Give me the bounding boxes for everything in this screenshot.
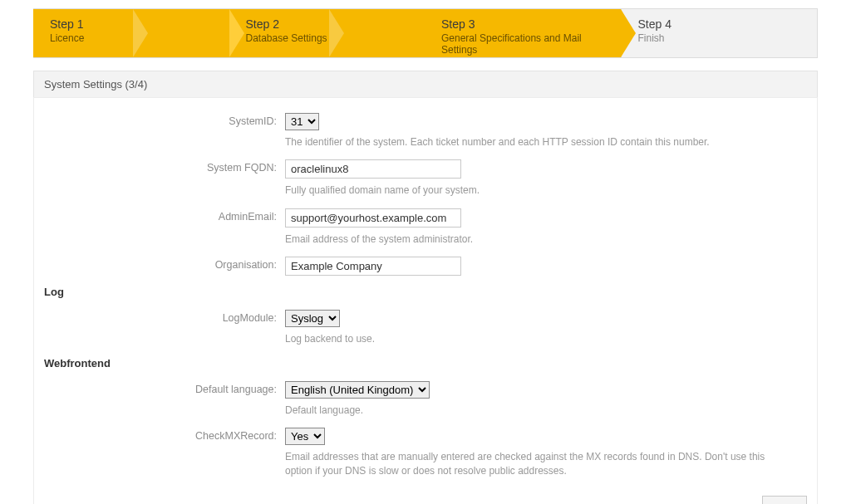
row-log-module: LogModule: Syslog Log backend to use. — [44, 310, 807, 346]
row-check-mx: CheckMXRecord: Yes Email addresses that … — [44, 428, 807, 479]
wizard-step-2[interactable]: Step 2 Database Settings — [229, 9, 426, 57]
step-title: Step 3 — [441, 17, 608, 31]
admin-email-input[interactable] — [285, 208, 461, 228]
help-default-language: Default language. — [285, 404, 792, 418]
help-admin-email: Email address of the system administrato… — [285, 232, 792, 247]
step-title: Step 4 — [638, 17, 804, 31]
label-check-mx: CheckMXRecord: — [44, 428, 285, 479]
step-title: Step 2 — [246, 17, 412, 31]
log-module-select[interactable]: Syslog — [285, 310, 340, 327]
default-language-select[interactable]: English (United Kingdom) — [285, 381, 430, 399]
system-fqdn-input[interactable] — [285, 159, 461, 179]
panel-title: System Settings (3/4) — [33, 71, 818, 97]
help-system-fqdn: Fully qualified domain name of your syst… — [285, 183, 792, 198]
label-log-module: LogModule: — [44, 310, 285, 346]
label-system-fqdn: System FQDN: — [44, 159, 285, 198]
label-default-language: Default language: — [44, 381, 285, 418]
label-organisation: Organisation: — [44, 257, 285, 276]
step-sub: Database Settings — [246, 32, 412, 44]
check-mx-select[interactable]: Yes — [285, 428, 325, 445]
row-admin-email: AdminEmail: Email address of the system … — [44, 208, 807, 247]
panel-body: SystemID: 31 The identifier of the syste… — [33, 97, 818, 504]
label-admin-email: AdminEmail: — [44, 208, 285, 247]
wizard-step-3[interactable]: Step 3 General Specifications and Mail S… — [425, 9, 621, 57]
wizard-steps: Step 1 Licence Step 2 Database Settings … — [33, 8, 818, 58]
step-sub: Finish — [638, 32, 804, 44]
system-id-select[interactable]: 31 — [285, 113, 319, 130]
help-log-module: Log backend to use. — [285, 332, 792, 346]
wizard-step-4[interactable]: Step 4 Finish — [621, 9, 818, 57]
row-organisation: Organisation: — [44, 257, 807, 276]
panel-footer: Next — [44, 496, 807, 504]
wizard-step-1[interactable]: Step 1 Licence — [33, 9, 229, 57]
step-sub: Licence — [50, 32, 216, 44]
row-default-language: Default language: English (United Kingdo… — [44, 381, 807, 418]
next-button[interactable]: Next — [762, 496, 807, 504]
help-check-mx: Email addresses that are manually entere… — [285, 450, 792, 479]
label-system-id: SystemID: — [44, 113, 285, 149]
step-sub: General Specifications and Mail Settings — [441, 32, 608, 56]
organisation-input[interactable] — [285, 257, 461, 276]
section-webfrontend: Webfrontend — [44, 357, 807, 369]
step-title: Step 1 — [50, 17, 216, 31]
section-log: Log — [44, 286, 807, 298]
row-system-id: SystemID: 31 The identifier of the syste… — [44, 113, 807, 149]
row-system-fqdn: System FQDN: Fully qualified domain name… — [44, 159, 807, 198]
help-system-id: The identifier of the system. Each ticke… — [285, 135, 792, 149]
